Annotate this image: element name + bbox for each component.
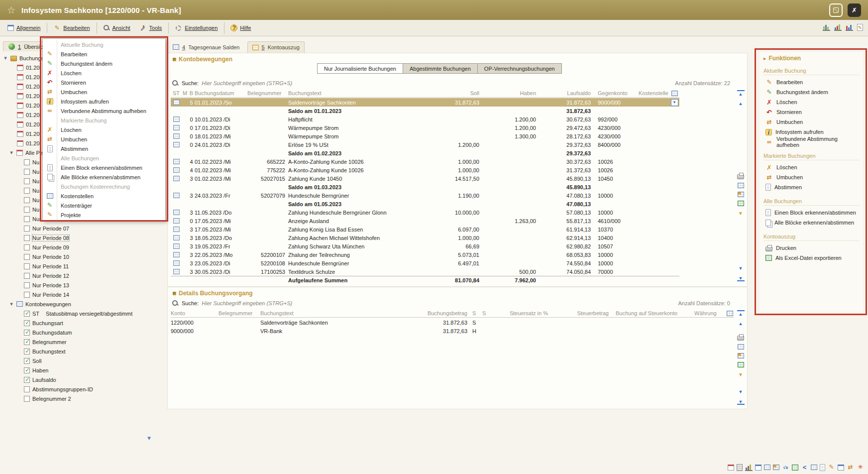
dropdown-menu-item[interactable]: Aktuelle Buchung	[43, 40, 165, 49]
columns-view-icon[interactable]	[811, 465, 817, 470]
checkbox[interactable]	[24, 386, 30, 392]
period-checkbox-row[interactable]: Nur Periode 07	[0, 224, 157, 233]
row-dropdown-icon[interactable]: ▼	[671, 99, 678, 106]
function-item[interactable]: Abstimmen	[763, 182, 859, 192]
period-checkbox-row[interactable]: Nur Periode 13	[0, 280, 157, 290]
dropdown-menu-item[interactable]: Löschen	[43, 125, 165, 134]
view-grid-icon[interactable]	[738, 344, 744, 350]
menu-item[interactable]: Tools	[135, 22, 169, 34]
table-row[interactable]: 3 30.05.2023 /Di 17100253 Textildruck Sc…	[171, 267, 679, 276]
menu-item[interactable]: Hilfe	[226, 22, 255, 33]
table-row[interactable]: 3 22.05.2023 /Mo 52200107 Zhalung der Te…	[171, 250, 679, 259]
dropdown-menu-item[interactable]: Alle Buchungen	[43, 153, 165, 163]
close-button[interactable]: ✗	[848, 3, 861, 17]
scroll-to-bottom-icon[interactable]	[737, 275, 745, 281]
dropdown-menu-item[interactable]: Projekte	[43, 210, 165, 220]
dropdown-menu-item[interactable]: Alle Blöcke erkennen/abstimmen	[43, 172, 165, 182]
function-item[interactable]: Bearbeiten	[763, 77, 859, 87]
table-row[interactable]: 3 19.05.2023 /Fr Zahlung Schwarz Uta Mün…	[171, 242, 679, 250]
checkbox[interactable]	[24, 330, 30, 336]
scroll-up-icon[interactable]	[737, 320, 745, 327]
details-row[interactable]: 9000/000 VR-Bank 31.872,63 H	[171, 327, 725, 335]
filter-button[interactable]: Nur Journalisierte Buchungen	[318, 64, 403, 73]
checkbox[interactable]	[24, 358, 30, 364]
table-row[interactable]: 3 01.02.2023 /Mi 52027015 Zahlung Kunde …	[171, 174, 679, 183]
checkbox[interactable]	[24, 254, 30, 260]
chart-window-icon[interactable]	[755, 465, 761, 471]
dropdown-menu-item[interactable]: Kostenstellen	[43, 191, 165, 201]
layout-window-icon[interactable]	[838, 465, 844, 471]
menu-item[interactable]: Allgemein	[3, 23, 47, 33]
filter-icon[interactable]	[737, 210, 745, 217]
function-item[interactable]: Umbuchen	[763, 117, 859, 127]
function-item[interactable]: Löschen	[763, 97, 859, 107]
search-input[interactable]: Hier Suchbegriff eingeben (STRG+S)	[202, 80, 292, 86]
dropdown-menu-item[interactable]: Abstimmen	[43, 144, 165, 153]
checkbox[interactable]	[24, 339, 30, 345]
function-item[interactable]: Drucken	[763, 243, 859, 253]
scroll-up-icon[interactable]	[737, 100, 745, 107]
table-row[interactable]: 0 24.01.2023 /Di Erlöse 19 % USt 1.200,0…	[171, 140, 679, 149]
expander-icon[interactable]: ▾	[9, 301, 14, 307]
favorite-star-icon[interactable]: ☆	[7, 5, 15, 15]
calculator-icon[interactable]	[737, 464, 743, 471]
field-checkbox-row[interactable]: Belegnummer 2	[0, 394, 157, 403]
print-icon[interactable]	[737, 336, 744, 341]
column-chooser-icon[interactable]	[727, 311, 733, 316]
share-icon[interactable]	[801, 464, 808, 471]
scroll-to-bottom-icon[interactable]	[737, 399, 745, 405]
checkbox[interactable]	[24, 188, 30, 194]
dropdown-menu-item[interactable]: Einen Block erkennen/abstimmen	[43, 163, 165, 172]
period-checkbox-row[interactable]: Nur Periode 14	[0, 290, 157, 299]
period-checkbox-row[interactable]: Nur Periode 11	[0, 261, 157, 271]
maximize-button[interactable]	[829, 3, 843, 17]
function-item[interactable]: Umbuchen	[763, 172, 859, 182]
period-checkbox-row[interactable]: Nur Periode 08	[0, 233, 157, 242]
edit-card-icon[interactable]	[828, 464, 835, 471]
data-table-icon[interactable]	[773, 465, 779, 470]
checkbox[interactable]	[24, 282, 30, 288]
checkbox[interactable]	[24, 235, 30, 241]
field-checkbox-row[interactable]: ST Statusbitmap versiegelt/abgestimmt	[0, 309, 157, 318]
checkbox[interactable]	[24, 311, 30, 317]
field-checkbox-row[interactable]: Haben	[0, 365, 157, 375]
expander-icon[interactable]: ▾	[9, 149, 14, 156]
function-item[interactable]: Löschen	[763, 162, 859, 172]
period-checkbox-row[interactable]: Nur Periode 12	[0, 271, 157, 280]
field-checkbox-row[interactable]: Laufsaldo	[0, 375, 157, 384]
formula-icon[interactable]	[782, 464, 789, 471]
table-row[interactable]: 4 01.02.2023 /Mi 665222 A-Konto-Zahlung …	[171, 157, 679, 166]
view-pivot-icon[interactable]	[738, 192, 744, 197]
notebook-icon[interactable]	[820, 464, 825, 471]
table-row[interactable]: 4 01.02.2023 /Mi 775222 A-Konto-Zahlung …	[171, 166, 679, 174]
field-checkbox-row[interactable]: Buchungsdatum	[0, 328, 157, 337]
filter-icon[interactable]	[737, 371, 745, 378]
column-chooser-icon[interactable]	[671, 91, 678, 96]
table-row[interactable]: 5 01.01.2023 /So Saldenvorträge Sachkont…	[171, 98, 679, 107]
dropdown-menu-item[interactable]: Kostenträger	[43, 201, 165, 210]
checkbox[interactable]	[24, 320, 30, 326]
period-checkbox-row[interactable]: Nur Periode 10	[0, 252, 157, 261]
table-row[interactable]: Saldo am 01.02.2023 29.372,63 ▼	[171, 149, 679, 157]
table-row[interactable]: Saldo am 01.03.2023 45.890,13 ▼	[171, 183, 679, 191]
table-row[interactable]: 0 17.01.2023 /Di Wärmepumpe Strom 1.200,…	[171, 123, 679, 132]
function-item[interactable]: Buchungstext ändern	[763, 87, 859, 97]
table-row[interactable]: 3 18.05.2023 /Do Zahlung Aachen Michael …	[171, 234, 679, 242]
dropdown-menu-item[interactable]: Umbuchen	[43, 87, 165, 97]
dropdown-menu-item[interactable]: Infosystem aufrufen	[43, 97, 165, 106]
scroll-to-top-icon[interactable]	[737, 90, 745, 96]
checkbox[interactable]	[24, 159, 30, 165]
field-checkbox-row[interactable]: Buchungstext	[0, 347, 157, 356]
function-item[interactable]: Verbundene Abstimmung aufheben	[763, 137, 859, 147]
checkbox[interactable]	[24, 273, 30, 279]
function-item[interactable]: Einen Block erkennen/abstimmen	[763, 208, 859, 218]
checkbox[interactable]	[24, 367, 30, 373]
mini-chart-icon[interactable]	[745, 464, 753, 471]
field-checkbox-row[interactable]: Buchungsart	[0, 318, 157, 328]
dropdown-menu-item[interactable]: Löschen	[43, 68, 165, 78]
view-pivot-icon[interactable]	[738, 353, 744, 358]
checkbox[interactable]	[24, 292, 30, 298]
view-sum-icon[interactable]	[738, 201, 744, 206]
scroll-down-icon[interactable]	[737, 388, 745, 395]
dropdown-menu-item[interactable]: Buchungen Kostenrechnung	[43, 182, 165, 191]
